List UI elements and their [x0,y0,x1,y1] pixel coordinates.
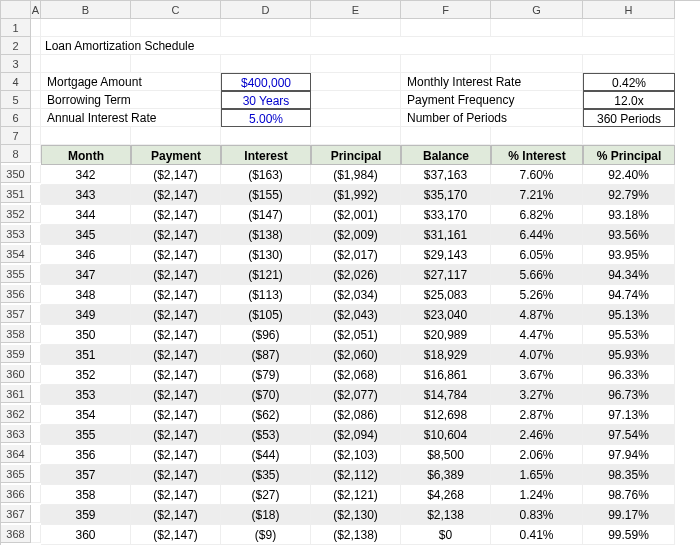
empty-cell[interactable] [491,127,583,145]
data-cell[interactable]: ($2,147) [131,505,221,525]
data-cell[interactable]: $12,698 [401,405,491,425]
empty-cell[interactable] [131,19,221,37]
param-value-right[interactable]: 12.0x [583,91,675,109]
data-cell[interactable]: ($2,077) [311,385,401,405]
empty-cell[interactable] [311,55,401,73]
data-cell[interactable]: ($2,060) [311,345,401,365]
data-cell[interactable]: ($2,147) [131,485,221,505]
data-cell[interactable]: 99.17% [583,505,675,525]
param-value-left[interactable]: 5.00% [221,109,311,127]
empty-cell[interactable] [401,55,491,73]
data-cell[interactable]: 93.18% [583,205,675,225]
data-cell[interactable]: 96.33% [583,365,675,385]
data-cell[interactable]: 347 [41,265,131,285]
data-cell[interactable]: $35,170 [401,185,491,205]
row-header-4[interactable]: 4 [1,73,31,91]
data-cell[interactable]: ($2,112) [311,465,401,485]
param-label-right[interactable]: Monthly Interest Rate [401,73,583,91]
row-header-356[interactable]: 356 [1,285,31,303]
data-cell[interactable]: ($2,121) [311,485,401,505]
data-cell[interactable]: ($2,147) [131,385,221,405]
data-cell[interactable]: ($2,034) [311,285,401,305]
data-cell[interactable]: ($2,147) [131,325,221,345]
table-header[interactable]: % Principal [583,145,675,165]
empty-cell[interactable] [31,19,41,37]
data-cell[interactable]: ($1,984) [311,165,401,185]
data-cell[interactable]: $14,784 [401,385,491,405]
row-header-362[interactable]: 362 [1,405,31,423]
data-cell[interactable]: 3.27% [491,385,583,405]
empty-cell[interactable] [31,91,41,109]
data-cell[interactable]: $25,083 [401,285,491,305]
row-header-3[interactable]: 3 [1,55,31,73]
data-cell[interactable]: 354 [41,405,131,425]
data-cell[interactable]: ($2,147) [131,445,221,465]
data-cell[interactable]: ($2,026) [311,265,401,285]
row-header-368[interactable]: 368 [1,525,31,543]
empty-cell[interactable] [131,127,221,145]
data-cell[interactable]: ($2,147) [131,365,221,385]
empty-cell[interactable] [311,19,401,37]
data-cell[interactable]: 93.95% [583,245,675,265]
row-header-351[interactable]: 351 [1,185,31,203]
data-cell[interactable]: 4.47% [491,325,583,345]
data-cell[interactable]: 349 [41,305,131,325]
data-cell[interactable]: ($2,043) [311,305,401,325]
col-header-G[interactable]: G [491,1,583,19]
data-cell[interactable]: 92.40% [583,165,675,185]
data-cell[interactable]: $0 [401,525,491,545]
col-header-D[interactable]: D [221,1,311,19]
data-cell[interactable]: ($9) [221,525,311,545]
data-cell[interactable]: ($18) [221,505,311,525]
data-cell[interactable]: ($2,147) [131,285,221,305]
data-cell[interactable]: 7.21% [491,185,583,205]
data-cell[interactable]: ($87) [221,345,311,365]
data-cell[interactable]: ($2,147) [131,165,221,185]
data-cell[interactable]: 7.60% [491,165,583,185]
data-cell[interactable]: 346 [41,245,131,265]
data-cell[interactable]: ($2,094) [311,425,401,445]
data-cell[interactable]: ($138) [221,225,311,245]
col-header-H[interactable]: H [583,1,675,19]
empty-cell[interactable] [31,505,41,523]
data-cell[interactable]: 350 [41,325,131,345]
row-header-363[interactable]: 363 [1,425,31,443]
data-cell[interactable]: 356 [41,445,131,465]
col-header-F[interactable]: F [401,1,491,19]
data-cell[interactable]: 5.26% [491,285,583,305]
data-cell[interactable]: ($2,051) [311,325,401,345]
data-cell[interactable]: 358 [41,485,131,505]
col-header-C[interactable]: C [131,1,221,19]
data-cell[interactable]: 345 [41,225,131,245]
data-cell[interactable]: 343 [41,185,131,205]
empty-cell[interactable] [31,225,41,243]
table-header[interactable]: Principal [311,145,401,165]
data-cell[interactable]: ($1,992) [311,185,401,205]
row-header-355[interactable]: 355 [1,265,31,283]
empty-cell[interactable] [31,145,41,163]
row-header-350[interactable]: 350 [1,165,31,183]
row-header-2[interactable]: 2 [1,37,31,55]
empty-cell[interactable] [401,19,491,37]
data-cell[interactable]: 97.13% [583,405,675,425]
data-cell[interactable]: ($2,147) [131,305,221,325]
empty-cell[interactable] [311,73,401,91]
data-cell[interactable]: 2.87% [491,405,583,425]
col-header-A[interactable]: A [31,1,41,19]
data-cell[interactable]: 342 [41,165,131,185]
param-label-left[interactable]: Mortgage Amount [41,73,221,91]
data-cell[interactable]: ($163) [221,165,311,185]
row-header-364[interactable]: 364 [1,445,31,463]
data-cell[interactable]: 6.82% [491,205,583,225]
data-cell[interactable]: 4.87% [491,305,583,325]
data-cell[interactable]: 352 [41,365,131,385]
empty-cell[interactable] [31,285,41,303]
row-header-360[interactable]: 360 [1,365,31,383]
empty-cell[interactable] [31,165,41,183]
empty-cell[interactable] [31,73,41,91]
empty-cell[interactable] [31,325,41,343]
spreadsheet-grid[interactable]: ABCDEFGH12Loan Amortization Schedule34Mo… [0,0,700,545]
empty-cell[interactable] [311,109,401,127]
data-cell[interactable]: 97.54% [583,425,675,445]
param-label-left[interactable]: Borrowing Term [41,91,221,109]
